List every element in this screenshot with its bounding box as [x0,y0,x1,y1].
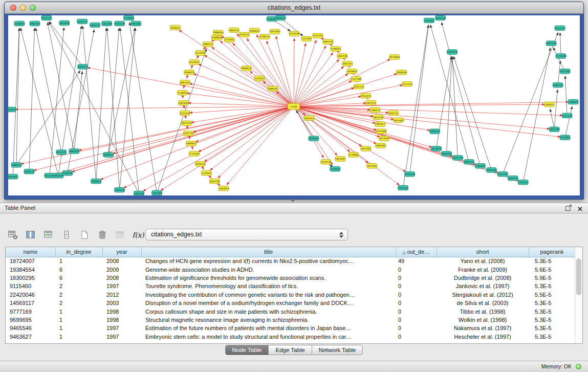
network-node[interactable]: 2042751 [183,131,193,136]
network-node[interactable]: 1845097 [335,157,345,161]
network-node[interactable]: 2150346 [124,15,134,20]
table-scrollbar[interactable] [575,247,582,343]
network-node[interactable]: 1903676 [53,173,63,178]
network-node[interactable]: 1908837 [186,141,196,146]
network-node[interactable]: 2153041 [201,171,211,176]
network-node[interactable]: 1947231 [366,100,376,105]
network-node[interactable]: 1902634 [178,100,188,105]
network-node[interactable]: 2174058 [556,54,566,58]
network-node[interactable]: 1875307 [270,29,280,34]
new-column-icon[interactable] [43,229,54,241]
network-node[interactable]: 1980255 [11,163,21,167]
network-node[interactable]: 2196307 [475,164,485,168]
column-header-short[interactable]: short [437,247,529,257]
table-row[interactable]: 1872400712008Changes of HCN gene express… [6,257,575,265]
network-node[interactable]: 2051734 [452,156,463,160]
network-node[interactable]: 1852216 [373,115,383,119]
delete-icon[interactable] [97,229,108,241]
network-node[interactable]: 2134685 [349,152,359,157]
network-node[interactable]: 2061853 [219,186,229,190]
network-node[interactable]: 2157513 [402,82,412,86]
table-row[interactable]: 2242004622012Investigating the contribut… [6,291,575,299]
tab-edge-table[interactable]: Edge Table [269,345,312,355]
network-node[interactable]: 1604747 [388,111,399,115]
network-node[interactable]: 2211857 [189,60,199,64]
show-columns-icon[interactable] [25,229,36,241]
network-node[interactable]: 1836520 [508,176,518,180]
column-header-title[interactable]: title [141,247,396,257]
network-node[interactable]: 2318104 [424,18,434,23]
network-node[interactable]: 1964281 [131,21,141,26]
network-node[interactable]: 2074850 [389,55,400,59]
import-table-icon[interactable] [115,229,126,241]
network-node[interactable]: 2052471 [361,93,371,98]
network-node[interactable]: 1875492 [367,164,377,168]
table-row[interactable]: 977716911998Corpus callosum shape and si… [6,307,575,315]
network-node[interactable]: 2207411 [41,15,52,20]
network-node[interactable]: 1909913 [241,66,251,71]
close-panel-icon[interactable]: ✕ [577,205,583,213]
network-node[interactable]: 1750342 [8,107,16,112]
network-node[interactable]: 1903258 [435,15,446,20]
network-node[interactable]: 1892046 [441,151,451,156]
network-node[interactable]: 1976632 [347,69,357,74]
network-node[interactable]: 1927340 [560,69,570,74]
network-node[interactable]: 1866472 [275,15,286,20]
panel-splitter-handle[interactable] [290,199,295,202]
network-node[interactable]: 1860425 [464,160,474,164]
column-header-in_degree[interactable]: in_degree [55,247,102,257]
network-node[interactable]: 1866325 [268,86,278,91]
network-node[interactable]: 2102457 [518,180,528,184]
column-header-pagerank[interactable]: pagerank [529,247,575,257]
network-node[interactable]: 2265408 [102,21,112,26]
window-titlebar[interactable]: citations_edges.txt [5,2,583,14]
network-node[interactable]: 1853457 [304,116,314,120]
network-node[interactable]: 2250713 [555,26,565,30]
tab-node-table[interactable]: Node Table [226,345,269,355]
table-row[interactable]: 946554611997Estimation of the future num… [6,324,575,332]
network-node[interactable]: 1606142 [430,129,440,134]
network-node[interactable]: 2045183 [497,172,508,177]
network-node[interactable]: 2085493 [376,143,386,148]
minimize-window-button[interactable] [20,5,26,11]
network-node[interactable]: 1850236 [134,191,144,195]
network-node[interactable]: 2536907 [14,21,25,26]
column-header-name[interactable]: name [6,247,55,257]
network-node[interactable]: 1918545 [309,136,319,141]
network-node[interactable]: 1944879 [447,50,457,54]
network-node[interactable]: 1827514 [181,121,191,125]
network-node[interactable]: 1985204 [30,21,40,26]
network-node[interactable]: 1764023 [330,167,340,171]
network-node[interactable]: 1961627 [375,122,385,126]
network-node[interactable]: 2258109 [62,171,73,176]
network-node[interactable]: 1834706 [209,179,220,183]
table-row[interactable]: 911546021997Tourette syndrome. Phenomeno… [6,282,575,290]
network-node[interactable]: 2210465 [560,135,570,140]
network-node[interactable]: 2190813 [331,47,341,51]
network-canvas-svg[interactable]: 1724022118571846023208753117582021902634… [8,15,580,195]
network-node[interactable]: 1957382 [361,146,371,151]
network-node[interactable]: 2087531 [180,80,190,85]
network-node[interactable]: 2068834 [211,35,222,40]
network-node[interactable]: 2214203 [195,51,205,55]
network-node[interactable]: 2063158 [405,172,415,177]
network-node[interactable]: 2410773 [77,19,88,24]
network-node[interactable]: 17240 [288,103,300,110]
network-node[interactable]: 1625103 [549,127,559,132]
function-builder-icon[interactable]: f(x) [133,229,144,241]
network-node[interactable]: 1837529 [115,21,125,26]
network-node[interactable]: 1846023 [184,70,194,75]
new-file-icon[interactable] [79,229,90,241]
network-node[interactable]: 1891426 [546,41,556,46]
network-node[interactable]: 2061357 [342,61,353,66]
network-node[interactable]: 1595815 [544,102,554,106]
network-node[interactable]: 2275841 [224,37,234,42]
network-node[interactable]: 2108111 [259,34,270,39]
network-node[interactable]: 1758202 [177,90,187,95]
table-row[interactable]: 946362711997Embryonic stem cells: a mode… [6,333,575,341]
network-node[interactable]: 1675240 [180,111,190,115]
network-node[interactable]: 1837755 [354,84,364,89]
network-node[interactable]: 2158747 [239,32,249,37]
column-header-out_de[interactable]: △ out_de… [396,247,437,257]
table-row[interactable]: 969969511998Structural magnetic resonanc… [6,316,575,324]
